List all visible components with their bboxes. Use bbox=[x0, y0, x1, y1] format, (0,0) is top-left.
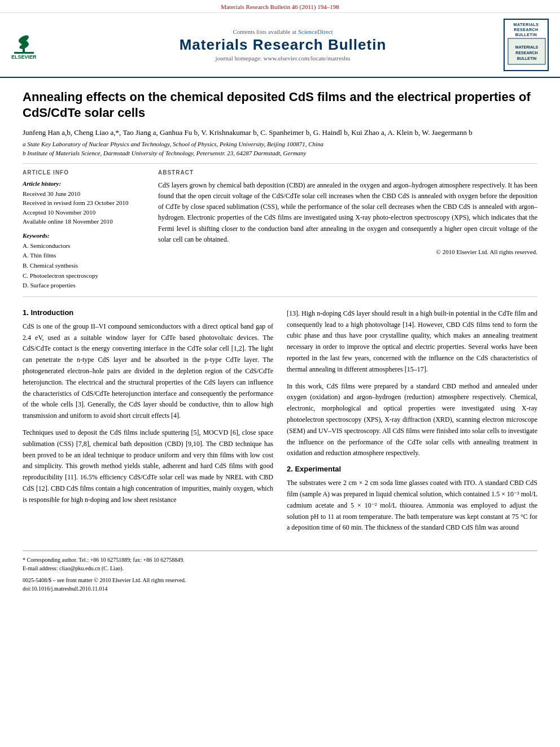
footnote-corresponding: * Corresponding author. Tel.: +86 10 627… bbox=[23, 556, 537, 564]
journal-reference-bar: Materials Research Bulletin 46 (2011) 19… bbox=[0, 0, 560, 13]
footnote-email: E-mail address: cliao@pku.edu.cn (C. Lia… bbox=[23, 564, 537, 573]
affiliation-a: a State Key Laboratory of Nuclear Physic… bbox=[23, 141, 537, 147]
body-section: 1. Introduction CdS is one of the group … bbox=[23, 308, 537, 539]
article-title: Annealing effects on the chemical deposi… bbox=[23, 89, 537, 121]
abstract-label: ABSTRACT bbox=[158, 169, 537, 176]
article-history: Article history: Received 30 June 2010 R… bbox=[23, 180, 147, 226]
keyword-5: D. Surface properties bbox=[23, 281, 147, 291]
authors-line: Junfeng Han a,b, Cheng Liao a,*, Tao Jia… bbox=[23, 128, 537, 137]
mrb-logo-line2: RESEARCH bbox=[507, 27, 545, 32]
keyword-4: C. Photoelectron spectroscopy bbox=[23, 271, 147, 281]
footnote-issn: 0025-5408/$ – see front matter © 2010 El… bbox=[23, 576, 537, 584]
body-right-para1: [13]. High n-doping CdS layer should res… bbox=[287, 308, 537, 375]
svg-text:MATERIALS: MATERIALS bbox=[515, 45, 539, 49]
article-info-abstract: ARTICLE INFO Article history: Received 3… bbox=[23, 169, 537, 291]
received-revised-date: Received in revised form 23 October 2010 bbox=[23, 198, 147, 208]
abstract-col: ABSTRACT CdS layers grown by chemical ba… bbox=[158, 169, 537, 291]
keywords-section: Keywords: A. Semiconductors A. Thin film… bbox=[23, 232, 147, 291]
journal-reference-text: Materials Research Bulletin 46 (2011) 19… bbox=[221, 3, 339, 10]
sciencedirect-link[interactable]: ScienceDirect bbox=[298, 28, 333, 35]
available-date: Available online 18 November 2010 bbox=[23, 217, 147, 226]
body-right-col: [13]. High n-doping CdS layer should res… bbox=[287, 308, 537, 539]
body-left-col: 1. Introduction CdS is one of the group … bbox=[23, 308, 273, 539]
journal-title: Materials Research Bulletin bbox=[73, 36, 492, 54]
keyword-3: B. Chemical synthesis bbox=[23, 261, 147, 271]
keyword-2: A. Thin films bbox=[23, 251, 147, 261]
keywords-label: Keywords: bbox=[23, 232, 147, 239]
main-content: Annealing effects on the chemical deposi… bbox=[0, 78, 560, 605]
copyright-text: © 2010 Elsevier Ltd. All rights reserved… bbox=[158, 248, 537, 255]
history-label: Article history: bbox=[23, 180, 147, 187]
elsevier-logo: ELSEVIER bbox=[11, 27, 62, 63]
body-right-para2: In this work, CdS films were prepared by… bbox=[287, 381, 537, 460]
keyword-1: A. Semiconductors bbox=[23, 241, 147, 251]
footnote-doi: doi:10.1016/j.matresbull.2010.11.014 bbox=[23, 584, 537, 593]
abstract-text: CdS layers grown by chemical bath deposi… bbox=[158, 180, 537, 245]
journal-center: Contents lists available at ScienceDirec… bbox=[73, 28, 492, 62]
mrb-logo-line3: BULLETIN bbox=[507, 32, 545, 37]
section2-heading: 2. Experimental bbox=[287, 465, 537, 473]
divider-2 bbox=[23, 296, 537, 297]
received-date: Received 30 June 2010 bbox=[23, 189, 147, 199]
body-two-col: 1. Introduction CdS is one of the group … bbox=[23, 308, 537, 539]
mrb-logo: MATERIALS RESEARCH BULLETIN MATERIALS RE… bbox=[504, 19, 549, 71]
journal-homepage: journal homepage: www.elsevier.com/locat… bbox=[73, 55, 492, 62]
journal-header: ELSEVIER Contents lists available at Sci… bbox=[0, 13, 560, 78]
svg-text:BULLETIN: BULLETIN bbox=[517, 56, 537, 60]
contents-line: Contents lists available at ScienceDirec… bbox=[73, 28, 492, 35]
mrb-logo-line1: MATERIALS bbox=[507, 22, 545, 27]
article-info-col: ARTICLE INFO Article history: Received 3… bbox=[23, 169, 147, 291]
divider-1 bbox=[23, 163, 537, 164]
body-section2-para1: The substrates were 2 cm × 2 cm soda lim… bbox=[287, 478, 537, 534]
footnote-area: * Corresponding author. Tel.: +86 10 627… bbox=[23, 551, 537, 593]
svg-text:ELSEVIER: ELSEVIER bbox=[11, 54, 37, 60]
article-info-label: ARTICLE INFO bbox=[23, 169, 147, 176]
affiliation-b: b Institute of Materials Science, Darmst… bbox=[23, 150, 537, 156]
svg-text:RESEARCH: RESEARCH bbox=[515, 51, 537, 55]
body-intro-para2: Techniques used to deposit the CdS films… bbox=[23, 427, 273, 506]
accepted-date: Accepted 10 November 2010 bbox=[23, 208, 147, 217]
section1-heading: 1. Introduction bbox=[23, 308, 273, 317]
body-intro-para1: CdS is one of the group II–VI compound s… bbox=[23, 321, 273, 422]
